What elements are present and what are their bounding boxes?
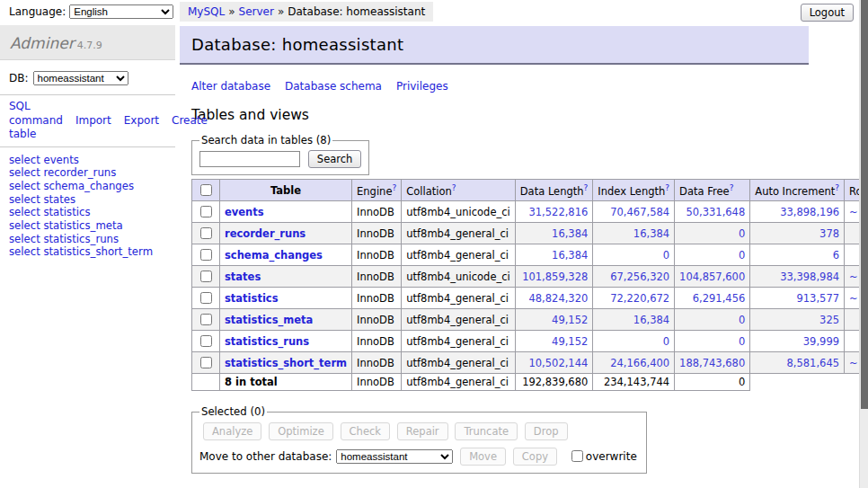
column-header-auto-increment: Auto Increment? xyxy=(750,180,845,201)
data-length-link[interactable]: 49,152 xyxy=(552,314,588,326)
select-all-checkbox[interactable] xyxy=(200,184,212,196)
overwrite-checkbox[interactable] xyxy=(571,450,583,462)
collation-cell: utf8mb4_general_ci xyxy=(402,309,516,331)
db-select[interactable]: homeassistant xyxy=(33,71,128,85)
table-link-events[interactable]: events xyxy=(225,206,264,218)
index-length-link[interactable]: 24,166,400 xyxy=(610,357,669,369)
scrollbar-thumb[interactable] xyxy=(861,0,868,409)
sidebar-item-select-statistics-meta[interactable]: select statistics_meta xyxy=(9,220,175,232)
sidebar-item-select-schema-changes[interactable]: select schema_changes xyxy=(9,181,175,192)
data-free-link[interactable]: 0 xyxy=(739,249,745,262)
row-checkbox[interactable] xyxy=(200,249,212,261)
table-header-row: Table Engine? Collation? Data Length? In… xyxy=(192,180,868,201)
help-icon[interactable]: ? xyxy=(392,183,396,192)
auto-increment-link[interactable]: 325 xyxy=(819,314,839,326)
auto-increment-link[interactable]: 33,398,984 xyxy=(780,271,839,283)
index-length-link[interactable]: 0 xyxy=(663,335,669,348)
data-free-link[interactable]: 0 xyxy=(739,314,745,326)
copy-button[interactable]: Copy xyxy=(513,448,557,466)
help-icon[interactable]: ? xyxy=(730,183,734,192)
table-link-states[interactable]: states xyxy=(225,271,261,283)
sidebar-item-select-recorder-runs[interactable]: select recorder_runs xyxy=(9,167,175,179)
help-icon[interactable]: ? xyxy=(835,183,839,192)
move-button[interactable]: Move xyxy=(460,448,506,466)
breadcrumb: MySQL»Server»Database: homeassistant xyxy=(180,2,433,22)
data-length-link[interactable]: 16,384 xyxy=(552,227,588,240)
breadcrumb-link-server[interactable]: Server xyxy=(239,5,274,18)
row-checkbox[interactable] xyxy=(200,335,212,347)
index-length-link[interactable]: 0 xyxy=(663,249,669,262)
check-button[interactable]: Check xyxy=(341,422,390,440)
data-free-link[interactable]: 6,291,456 xyxy=(693,292,746,305)
data-length-link[interactable]: 101,859,328 xyxy=(522,271,588,283)
row-checkbox[interactable] xyxy=(200,292,212,304)
sidebar-item-select-events[interactable]: select events xyxy=(9,155,175,166)
sidebar-item-select-statistics-runs[interactable]: select statistics_runs xyxy=(9,234,175,245)
help-icon[interactable]: ? xyxy=(452,183,456,192)
row-checkbox[interactable] xyxy=(200,271,212,282)
nav-privileges[interactable]: Privileges xyxy=(396,80,448,93)
repair-button[interactable]: Repair xyxy=(397,422,448,440)
engine-cell: InnoDB xyxy=(352,244,402,266)
index-length-link[interactable]: 72,220,672 xyxy=(610,292,669,305)
sidebar-link-import[interactable]: Import xyxy=(75,114,111,127)
data-free-link[interactable]: 0 xyxy=(739,335,745,348)
auto-increment-link[interactable]: 8,581,645 xyxy=(787,357,840,369)
table-link-statistics-runs[interactable]: statistics_runs xyxy=(225,335,309,348)
index-length-link[interactable]: 67,256,320 xyxy=(610,271,669,283)
row-checkbox[interactable] xyxy=(200,227,212,239)
sidebar-link-export[interactable]: Export xyxy=(124,114,159,127)
data-free-link[interactable]: 50,331,648 xyxy=(686,206,745,218)
table-link-schema-changes[interactable]: schema_changes xyxy=(225,249,323,262)
sidebar-link-sql-command[interactable]: SQL command xyxy=(9,100,63,127)
help-icon[interactable]: ? xyxy=(584,183,589,192)
index-length-link[interactable]: 16,384 xyxy=(633,314,669,326)
nav-alter-database[interactable]: Alter database xyxy=(191,80,270,93)
sidebar-item-select-statistics-short-term[interactable]: select statistics_short_term xyxy=(9,246,175,258)
data-length-link[interactable]: 31,522,816 xyxy=(528,206,588,218)
database-nav: Alter databaseDatabase schemaPrivileges xyxy=(191,80,809,93)
page-title: Database: homeassistant xyxy=(180,26,809,65)
logout-button[interactable]: Logout xyxy=(801,4,854,22)
language-select[interactable]: English xyxy=(69,4,173,19)
engine-cell: InnoDB xyxy=(352,309,402,331)
row-checkbox[interactable] xyxy=(200,206,212,217)
index-length-link[interactable]: 70,467,584 xyxy=(610,206,669,218)
data-length-link[interactable]: 10,502,144 xyxy=(528,357,588,369)
table-link-statistics-short-term[interactable]: statistics_short_term xyxy=(225,357,347,369)
column-header-data-length: Data Length? xyxy=(515,180,593,201)
optimize-button[interactable]: Optimize xyxy=(269,422,333,440)
sidebar-item-select-statistics[interactable]: select statistics xyxy=(9,207,175,218)
sidebar-item-select-states[interactable]: select states xyxy=(9,194,175,206)
engine-cell: InnoDB xyxy=(352,331,402,352)
table-link-statistics-meta[interactable]: statistics_meta xyxy=(225,314,313,326)
sidebar-table-list: select events select recorder_runs selec… xyxy=(0,147,175,258)
table-link-statistics[interactable]: statistics xyxy=(225,292,279,305)
data-free-link[interactable]: 188,743,680 xyxy=(679,357,745,369)
analyze-button[interactable]: Analyze xyxy=(203,422,261,440)
truncate-button[interactable]: Truncate xyxy=(455,422,518,440)
data-length-link[interactable]: 16,384 xyxy=(552,249,588,262)
auto-increment-link[interactable]: 39,999 xyxy=(803,335,839,348)
data-length-link[interactable]: 48,824,320 xyxy=(528,292,588,305)
auto-increment-link[interactable]: 6 xyxy=(833,249,839,262)
nav-database-schema[interactable]: Database schema xyxy=(285,80,382,93)
move-database-select[interactable]: homeassistant xyxy=(336,449,453,464)
row-checkbox[interactable] xyxy=(200,357,212,368)
help-icon[interactable]: ? xyxy=(665,183,669,192)
index-length-link[interactable]: 16,384 xyxy=(633,227,669,240)
data-length-link[interactable]: 49,152 xyxy=(552,335,588,348)
row-checkbox[interactable] xyxy=(200,314,212,325)
table-link-recorder-runs[interactable]: recorder_runs xyxy=(225,227,306,240)
engine-cell: InnoDB xyxy=(352,223,402,244)
auto-increment-link[interactable]: 913,577 xyxy=(796,292,839,305)
data-free-link[interactable]: 0 xyxy=(739,227,745,240)
data-free-link[interactable]: 104,857,600 xyxy=(679,271,745,283)
auto-increment-link[interactable]: 33,898,196 xyxy=(780,206,839,218)
search-button[interactable]: Search xyxy=(308,150,362,168)
drop-button[interactable]: Drop xyxy=(525,422,568,440)
collation-cell: utf8mb4_general_ci xyxy=(402,288,516,309)
search-input[interactable] xyxy=(199,151,300,167)
auto-increment-link[interactable]: 378 xyxy=(819,227,839,240)
breadcrumb-link-mysql[interactable]: MySQL xyxy=(188,5,225,18)
